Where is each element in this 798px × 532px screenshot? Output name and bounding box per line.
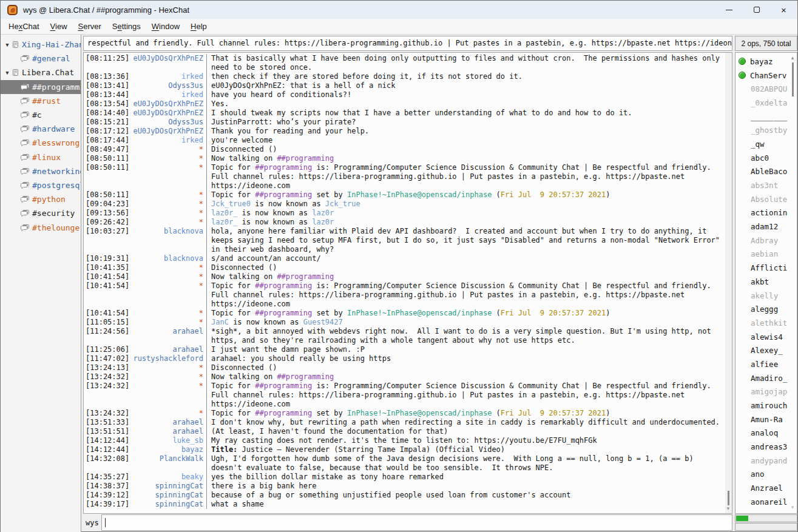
user-list-item[interactable]: aleggg (735, 302, 797, 316)
message-nick: PlanckWalk (131, 454, 203, 463)
menu-item-server[interactable]: Server (73, 19, 107, 33)
user-list-item[interactable]: AbleBaco (735, 165, 797, 179)
text-caret (105, 518, 106, 527)
message-nick: arahael (131, 427, 203, 436)
user-list-item[interactable]: amigojap (735, 385, 797, 399)
chat-message: [13:24:32]*Topic for ##programming set b… (84, 409, 725, 418)
minimize-button[interactable] (715, 1, 743, 19)
menu-item-window[interactable]: Window (146, 19, 185, 33)
sidebar-channel--general[interactable]: #general (1, 52, 81, 66)
sidebar-channel--hardware[interactable]: #hardware (1, 122, 81, 136)
message-timestamp: [11:47:02] (84, 354, 131, 363)
message-timestamp: [10:41:54] (84, 272, 131, 281)
user-list-item[interactable]: Adbray (735, 234, 797, 247)
user-list-item[interactable]: abs3nt (735, 178, 797, 192)
user-list-item[interactable]: Amun-Ra (735, 412, 797, 426)
tree-expander-icon[interactable]: ▼ (3, 70, 12, 76)
userlist-scrollbar-thumb[interactable] (792, 62, 794, 96)
user-list-item[interactable]: alfiee (735, 357, 797, 371)
message-input[interactable] (101, 514, 732, 531)
user-list-item[interactable]: amirouch (735, 399, 797, 412)
chat-scrollbar-thumb[interactable] (728, 491, 729, 505)
user-list-item[interactable]: aebian (735, 247, 797, 261)
message-timestamp: [10:19:31] (84, 254, 131, 263)
sidebar-channel--lesswrong[interactable]: #lesswrong (1, 136, 81, 150)
message-text: I just want the damn page shown. :P (206, 345, 725, 354)
userlist-scrollbar[interactable]: ▲ ▼ (789, 53, 797, 513)
system-star: * (131, 154, 203, 163)
userlist-scroll-down-icon[interactable]: ▼ (790, 505, 795, 510)
user-list-item[interactable]: _0xdelta (735, 96, 797, 110)
topic-input[interactable]: respectful and friendly. Full channel ru… (83, 36, 732, 51)
message-text: have you heard of conditionals?! (206, 90, 725, 99)
user-list-item[interactable]: andypand (735, 454, 797, 468)
user-nick: andypand (751, 456, 787, 465)
message-timestamp: [08:13:41] (84, 81, 131, 90)
message-text: Yes. (206, 99, 725, 109)
close-button[interactable]: × (770, 1, 797, 19)
user-list-item[interactable]: Amadiro_ (735, 371, 797, 385)
user-list-item[interactable]: akbt (735, 275, 797, 289)
nick-label[interactable]: wys (86, 514, 99, 531)
chat-message: [13:51:33]arahaelI don't know why, but r… (84, 418, 725, 427)
user-list-item[interactable]: actionin (735, 206, 797, 220)
message-timestamp: [13:24:32] (84, 382, 131, 391)
tree-expander-icon[interactable]: ▼ (3, 42, 12, 48)
user-list-item[interactable]: analoq (735, 426, 797, 440)
user-list-item[interactable]: Afflicti (735, 261, 797, 275)
sidebar-channel--programming[interactable]: ##programming (1, 80, 81, 94)
user-list-item[interactable]: _qw (735, 137, 797, 151)
menu-item-help[interactable]: Help (185, 19, 212, 33)
user-list-item[interactable]: akelly (735, 289, 797, 303)
user-list-item[interactable]: andreas3 (735, 440, 797, 454)
system-star: * (131, 409, 203, 418)
main-content: ▼Xing-Hai-Zhan#general▼Libera.Chat##prog… (1, 35, 797, 531)
message-text: Topic for ##programming is: Programming/… (206, 163, 725, 190)
message-text: Ugh, I'd forgotten how dumb some of the … (206, 454, 725, 473)
user-list-item[interactable]: ________ (735, 110, 797, 124)
chat-area[interactable]: [08:11:25]eU0JyDOsQrXhPnEZThat is basica… (83, 52, 732, 514)
channel-icon (20, 83, 30, 91)
chat-message: [11:25:06]arahaelI just want the damn pa… (84, 345, 725, 354)
sidebar-channel--postgresql[interactable]: #postgresql (1, 178, 81, 192)
menu-item-settings[interactable]: Settings (107, 19, 146, 33)
system-star: * (131, 263, 203, 272)
user-list-item[interactable]: alewis4 (735, 330, 797, 344)
user-list-item[interactable]: aonareil (735, 495, 797, 509)
tree-label: #thelounge (32, 223, 79, 232)
user-list-item[interactable]: abc0 (735, 151, 797, 165)
userlist-scroll-up-icon[interactable]: ▲ (790, 55, 795, 61)
message-timestamp: [13:51:51] (84, 427, 131, 436)
chat-scroll-down-icon[interactable]: ▼ (726, 506, 731, 511)
chat-message: [14:32:08]PlanckWalkUgh, I'd forgotten h… (84, 454, 725, 473)
menu-item-hexchat[interactable]: HexChat (3, 19, 45, 33)
user-nick: amigojap (751, 387, 787, 396)
sidebar-server-xing-hai-zhan[interactable]: ▼Xing-Hai-Zhan (1, 38, 81, 52)
sidebar-channel--networking[interactable]: #networking (1, 164, 81, 178)
sidebar-channel--thelounge[interactable]: #thelounge (1, 220, 81, 234)
sidebar-channel--linux[interactable]: #linux (1, 150, 81, 164)
user-list-item[interactable]: adam12 (735, 220, 797, 234)
user-list-item[interactable]: _ghostby (735, 123, 797, 137)
user-list-item[interactable]: Alexey_ (735, 343, 797, 357)
sidebar-server-libera-chat[interactable]: ▼Libera.Chat (1, 66, 81, 79)
channel-icon (20, 181, 30, 189)
tree-label: #general (32, 54, 70, 63)
menu-item-view[interactable]: View (45, 19, 73, 33)
sidebar-channel--c[interactable]: #c (1, 108, 81, 122)
channel-icon (20, 209, 30, 217)
user-list-item[interactable]: ano (735, 468, 797, 482)
message-nick: luke_sb (131, 436, 203, 445)
user-list-item[interactable]: Anzrael (735, 481, 797, 495)
user-list-item[interactable]: ChanServ (735, 69, 797, 82)
sidebar-channel--rust[interactable]: ##rust (1, 94, 81, 108)
user-list-item[interactable]: 082ABPQU (735, 82, 797, 96)
user-list-item[interactable]: bayaz (735, 55, 797, 69)
user-list-item[interactable]: alethkit (735, 316, 797, 330)
title-bar[interactable]: wys @ Libera.Chat / ##programming - HexC… (1, 1, 797, 19)
sidebar-channel--security[interactable]: #security (1, 206, 81, 220)
chat-scrollbar[interactable]: ▼ (725, 53, 732, 513)
user-list-item[interactable]: Absolute (735, 192, 797, 206)
maximize-button[interactable] (743, 1, 770, 19)
sidebar-channel--python[interactable]: #python (1, 192, 81, 206)
